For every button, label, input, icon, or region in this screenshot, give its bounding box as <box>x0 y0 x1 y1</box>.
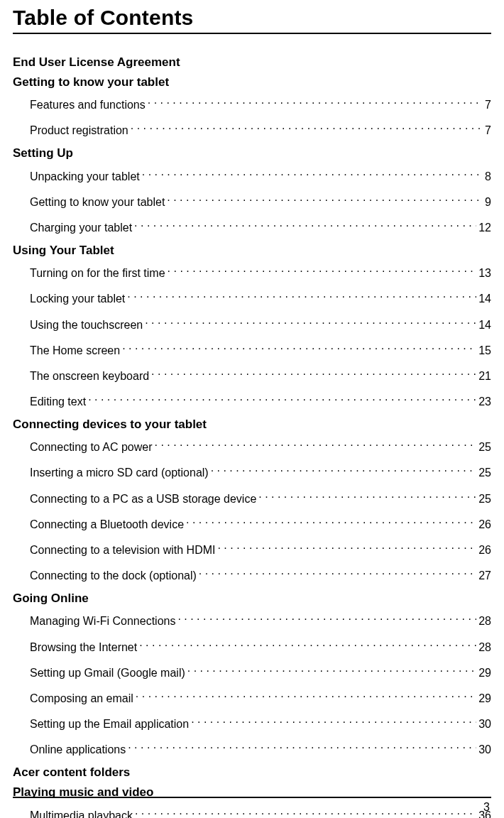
page-title: Table of Contents <box>13 6 491 34</box>
toc-entry: Connecting a Bluetooth device26 <box>13 515 491 533</box>
toc-entry: Product registration7 <box>13 121 491 139</box>
toc-entry: Connecting to the dock (optional)27 <box>13 566 491 584</box>
toc-entry: Using the touchscreen14 <box>13 315 491 333</box>
toc-entry: Charging your tablet12 <box>13 218 491 236</box>
toc-entry: Composing an email29 <box>13 689 491 707</box>
dot-leader <box>131 121 483 134</box>
toc-entry: Multimedia playback36 <box>13 805 491 818</box>
toc-entry: Unpacking your tablet8 <box>13 166 491 185</box>
toc-entry-label: Editing text <box>30 393 88 410</box>
section-heading: Using Your Tablet <box>13 244 491 258</box>
toc-entry: Editing text23 <box>13 392 491 410</box>
dot-leader <box>217 540 476 554</box>
toc-entry-label: Managing Wi-Fi Connections <box>30 613 177 630</box>
dot-leader <box>139 637 476 650</box>
toc-entry-page: 29 <box>476 690 491 707</box>
toc-entry-label: Features and functions <box>30 97 148 114</box>
dot-leader <box>211 463 477 476</box>
footer-rule <box>13 797 491 798</box>
toc-entry-page: 14 <box>476 317 491 334</box>
dot-leader <box>151 366 476 380</box>
toc-entry-label: Connecting a Bluetooth device <box>30 516 186 533</box>
toc-entry-page: 13 <box>476 265 491 282</box>
toc-entry-page: 26 <box>476 542 491 559</box>
toc-entry-label: Setting up Gmail (Google mail) <box>30 665 187 682</box>
dot-leader <box>168 263 477 277</box>
toc-entry: The Home screen15 <box>13 341 491 359</box>
toc-entry: Inserting a micro SD card (optional)25 <box>13 463 491 481</box>
toc-entry: Turning on for the first time13 <box>13 263 491 282</box>
toc-entry-label: Multimedia playback <box>30 807 135 819</box>
toc-entry-label: Inserting a micro SD card (optional) <box>30 464 211 481</box>
dot-leader <box>122 341 476 354</box>
dot-leader <box>135 805 476 818</box>
toc-entry-label: Composing an email <box>30 690 136 707</box>
toc-entry: Browsing the Internet28 <box>13 637 491 655</box>
toc-entry-page: 25 <box>476 491 491 508</box>
toc-entry-label: Connecting to a television with HDMI <box>30 542 217 559</box>
toc-entry-page: 7 <box>483 122 491 139</box>
toc-entry: The onscreen keyboard21 <box>13 366 491 385</box>
section-heading: Acer content folders <box>13 765 491 780</box>
toc-entry-page: 23 <box>476 393 491 410</box>
toc-entry-label: Charging your tablet <box>30 219 134 236</box>
toc-entry-page: 25 <box>476 464 491 481</box>
toc-entry-label: Online applications <box>30 741 128 758</box>
toc-entry-label: Connecting to AC power <box>30 439 155 456</box>
toc-entry-label: The Home screen <box>30 342 122 359</box>
dot-leader <box>186 515 476 528</box>
toc-entry-label: Turning on for the first time <box>30 265 168 282</box>
page-number: 3 <box>483 801 490 814</box>
section-heading: Connecting devices to your tablet <box>13 418 491 432</box>
toc-entry-label: The onscreen keyboard <box>30 368 151 385</box>
toc-entry-page: 26 <box>476 516 491 533</box>
toc-body: End User License AgreementGetting to kno… <box>13 55 491 818</box>
toc-entry: Locking your tablet14 <box>13 289 491 307</box>
toc-entry: Features and functions7 <box>13 95 491 114</box>
toc-entry-page: 7 <box>483 97 491 114</box>
toc-entry: Setting up the Email application30 <box>13 714 491 733</box>
toc-entry-page: 30 <box>476 741 491 758</box>
dot-leader <box>155 437 477 451</box>
toc-entry-page: 9 <box>483 194 491 211</box>
dot-leader <box>127 289 476 302</box>
toc-entry: Setting up Gmail (Google mail)29 <box>13 663 491 682</box>
toc-entry-page: 29 <box>476 665 491 682</box>
toc-entry: Managing Wi-Fi Connections28 <box>13 611 491 630</box>
toc-entry-page: 28 <box>476 613 491 630</box>
section-heading: Getting to know your tablet <box>13 75 491 89</box>
dot-leader <box>148 95 483 109</box>
toc-entry-page: 21 <box>476 368 491 385</box>
toc-entry-label: Connecting to the dock (optional) <box>30 567 199 584</box>
dot-leader <box>136 689 476 702</box>
toc-entry: Online applications30 <box>13 740 491 758</box>
dot-leader <box>187 663 476 677</box>
toc-entry-page: 8 <box>483 168 491 185</box>
toc-entry: Connecting to a television with HDMI26 <box>13 540 491 559</box>
section-heading: Setting Up <box>13 146 491 160</box>
dot-leader <box>128 740 476 753</box>
toc-entry-label: Browsing the Internet <box>30 639 139 656</box>
toc-entry: Getting to know your tablet9 <box>13 192 491 211</box>
section-heading: Going Online <box>13 591 491 606</box>
dot-leader <box>142 166 483 180</box>
dot-leader <box>134 218 476 231</box>
toc-entry-label: Product registration <box>30 122 131 139</box>
dot-leader <box>258 489 476 502</box>
dot-leader <box>199 566 476 579</box>
toc-entry-page: 27 <box>476 567 491 584</box>
toc-entry: Connecting to a PC as a USB storage devi… <box>13 489 491 507</box>
toc-entry: Connecting to AC power25 <box>13 437 491 456</box>
dot-leader <box>167 192 483 206</box>
toc-entry-label: Setting up the Email application <box>30 716 191 733</box>
toc-entry-label: Using the touchscreen <box>30 317 145 334</box>
toc-entry-label: Connecting to a PC as a USB storage devi… <box>30 491 258 508</box>
dot-leader <box>191 714 476 728</box>
dot-leader <box>145 315 476 328</box>
dot-leader <box>177 611 476 625</box>
toc-entry-page: 12 <box>476 219 491 236</box>
toc-entry-page: 25 <box>476 439 491 456</box>
toc-entry-page: 28 <box>476 639 491 656</box>
toc-entry-label: Locking your tablet <box>30 290 127 307</box>
toc-entry-page: 14 <box>476 290 491 307</box>
